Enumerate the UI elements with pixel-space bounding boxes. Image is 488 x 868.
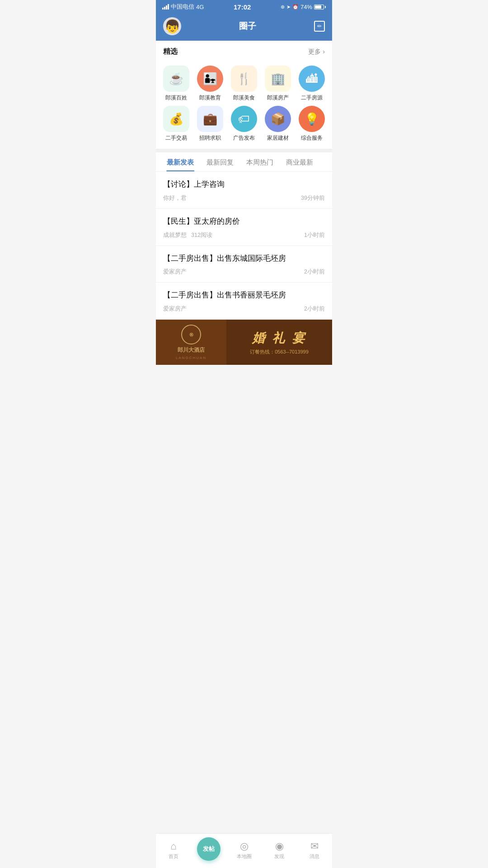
post-time-1: 39分钟前 — [301, 194, 325, 202]
post-item-4[interactable]: 【二手房出售】出售书香丽景毛坯房爱家房产2小时前 — [156, 283, 332, 320]
tab-reply[interactable]: 最新回复 — [200, 152, 240, 171]
category-label-jiaju: 家居建材 — [267, 135, 289, 142]
post-reads-2: 312阅读 — [191, 231, 212, 239]
status-bar: 中国电信 4G 17:02 ⊕ ➤ ⏰ 74% — [156, 0, 332, 13]
tabs-bar: 最新发表最新回复本周热门商业最新 — [156, 152, 332, 172]
post-item-3[interactable]: 【二手房出售】出售东城国际毛坯房爱家房产2小时前 — [156, 246, 332, 283]
category-baixing[interactable]: ☕郎溪百姓 — [160, 66, 193, 101]
category-label-zhaopin: 招聘求职 — [199, 135, 221, 142]
hotel-logo: ㊗ — [181, 325, 201, 344]
post-meta-2: 成就梦想312阅读1小时前 — [163, 231, 325, 245]
status-left: 中国电信 4G — [162, 3, 204, 11]
tab-latest[interactable]: 最新发表 — [160, 152, 200, 171]
category-icon-baixing: ☕ — [163, 66, 189, 92]
post-list: 【讨论】上学咨询你好，君39分钟前【民生】亚太府的房价成就梦想312阅读1小时前… — [156, 172, 332, 320]
category-guanggao[interactable]: 🏷广告发布 — [227, 106, 261, 142]
category-icon-fangchan: 🏢 — [265, 66, 291, 92]
category-zonghe[interactable]: 💡综合服务 — [295, 106, 328, 142]
category-jiaju[interactable]: 📦家居建材 — [261, 106, 295, 142]
carrier-label: 中国电信 — [171, 3, 194, 11]
category-icon-zonghe: 💡 — [299, 106, 325, 132]
category-icon-jiaju: 📦 — [265, 106, 291, 132]
post-meta-4: 爱家房产2小时前 — [163, 305, 325, 319]
ad-sub-text: 订餐热线：0563--7013999 — [250, 349, 309, 355]
more-link[interactable]: 更多 › — [308, 48, 325, 56]
post-time-4: 2小时前 — [304, 305, 325, 313]
header: 👦 圈子 — [156, 13, 332, 41]
ad-banner[interactable]: ㊗ 郎川大酒店 LANGCHUAN 婚 礼 宴 订餐热线：0563--70139… — [156, 320, 332, 365]
category-ershoujiaoy[interactable]: 💰二手交易 — [160, 106, 193, 142]
battery-label: 74% — [300, 4, 312, 10]
post-meta-left-3: 爱家房产 — [163, 268, 187, 276]
post-meta-left-1: 你好，君 — [163, 194, 187, 202]
post-author-1: 你好，君 — [163, 194, 187, 202]
category-label-ershoujiaoy: 二手交易 — [165, 135, 187, 142]
category-icon-meishi: 🍴 — [231, 66, 257, 92]
categories-grid: ☕郎溪百姓👨‍👧郎溪教育🍴郎溪美食🏢郎溪房产🏙二手房源💰二手交易💼招聘求职🏷广告… — [156, 61, 332, 149]
status-right: ⊕ ➤ ⏰ 74% — [281, 4, 326, 10]
category-label-baixing: 郎溪百姓 — [165, 94, 187, 101]
page-title: 圈子 — [239, 20, 256, 32]
section-title: 精选 — [163, 47, 178, 57]
category-label-meishi: 郎溪美食 — [233, 94, 255, 101]
post-title-2: 【民生】亚太府的房价 — [163, 216, 325, 227]
category-ershoufangyuan[interactable]: 🏙二手房源 — [295, 66, 328, 101]
avatar[interactable]: 👦 — [163, 17, 181, 35]
post-author-3: 爱家房产 — [163, 268, 187, 276]
category-zhaopin[interactable]: 💼招聘求职 — [193, 106, 227, 142]
ad-content: 婚 礼 宴 订餐热线：0563--7013999 — [226, 325, 332, 360]
divider — [156, 149, 332, 152]
post-meta-left-4: 爱家房产 — [163, 305, 187, 313]
location-icon: ⊕ — [281, 4, 285, 10]
post-author-4: 爱家房产 — [163, 305, 187, 313]
battery-icon — [314, 5, 326, 9]
post-author-2: 成就梦想 — [163, 231, 187, 239]
network-label: 4G — [196, 4, 204, 10]
category-icon-jiaoyu: 👨‍👧 — [197, 66, 223, 92]
time-label: 17:02 — [234, 3, 251, 11]
tab-hot[interactable]: 本周热门 — [240, 152, 280, 171]
post-meta-left-2: 成就梦想312阅读 — [163, 231, 212, 239]
category-label-fangchan: 郎溪房产 — [267, 94, 289, 101]
section-header: 精选 更多 › — [156, 41, 332, 61]
category-jiaoyu[interactable]: 👨‍👧郎溪教育 — [193, 66, 227, 101]
post-title-4: 【二手房出售】出售书香丽景毛坯房 — [163, 290, 325, 301]
post-title-3: 【二手房出售】出售东城国际毛坯房 — [163, 253, 325, 264]
category-meishi[interactable]: 🍴郎溪美食 — [227, 66, 261, 101]
category-icon-ershoujiaoy: 💰 — [163, 106, 189, 132]
post-title-1: 【讨论】上学咨询 — [163, 179, 325, 190]
ad-main-text: 婚 礼 宴 — [252, 330, 306, 347]
post-meta-1: 你好，君39分钟前 — [163, 194, 325, 208]
category-icon-guanggao: 🏷 — [231, 106, 257, 132]
category-label-guanggao: 广告发布 — [233, 135, 255, 142]
signal-icon — [162, 4, 169, 9]
post-time-2: 1小时前 — [304, 231, 325, 239]
post-meta-3: 爱家房产2小时前 — [163, 268, 325, 282]
ad-logo-section: ㊗ 郎川大酒店 LANGCHUAN — [156, 320, 226, 365]
post-item-1[interactable]: 【讨论】上学咨询你好，君39分钟前 — [156, 172, 332, 209]
edit-button[interactable] — [314, 21, 325, 32]
post-time-3: 2小时前 — [304, 268, 325, 276]
category-icon-ershoufangyuan: 🏙 — [299, 66, 325, 92]
category-icon-zhaopin: 💼 — [197, 106, 223, 132]
category-label-ershoufangyuan: 二手房源 — [301, 94, 323, 101]
hotel-sub: LANGCHUAN — [176, 356, 206, 360]
category-label-zonghe: 综合服务 — [301, 135, 323, 142]
direction-icon: ➤ — [286, 4, 291, 10]
category-label-jiaoyu: 郎溪教育 — [199, 94, 221, 101]
alarm-icon: ⏰ — [292, 4, 299, 10]
hotel-name: 郎川大酒店 — [178, 346, 205, 354]
category-fangchan[interactable]: 🏢郎溪房产 — [261, 66, 295, 101]
tab-business[interactable]: 商业最新 — [280, 152, 319, 171]
post-item-2[interactable]: 【民生】亚太府的房价成就梦想312阅读1小时前 — [156, 209, 332, 246]
avatar-icon: 👦 — [164, 19, 180, 34]
